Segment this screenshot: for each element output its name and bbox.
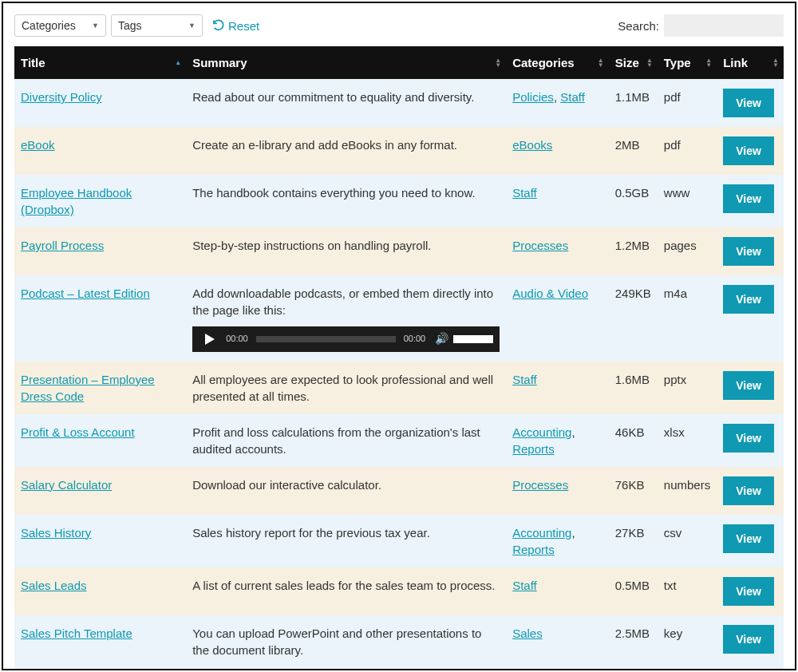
categories-dropdown-label: Categories [22, 19, 76, 32]
sort-icon: ▲▼ [495, 58, 501, 68]
type-cell: pptx [658, 362, 717, 414]
header-size[interactable]: Size ▲▼ [609, 46, 658, 79]
category-link[interactable]: Reports [512, 543, 555, 556]
summary-cell: You can upload PowerPoint and other pres… [186, 615, 506, 668]
table-row: Sales LeadsA list of current sales leads… [14, 567, 784, 615]
summary-cell: A list of current sales leads for the sa… [186, 567, 506, 615]
chevron-down-icon: ▼ [188, 22, 196, 30]
categories-cell: Processes [506, 467, 609, 515]
size-cell [609, 668, 658, 670]
categories-cell: Audio & Video [506, 275, 609, 362]
chevron-down-icon: ▼ [92, 22, 99, 30]
header-categories[interactable]: Categories ▲▼ [506, 46, 609, 79]
reset-link[interactable]: Reset [212, 19, 259, 33]
title-link[interactable]: Diversity Policy [21, 90, 102, 104]
categories-cell: Audio & Video, Sales [506, 668, 609, 670]
category-link[interactable]: eBooks [512, 138, 552, 152]
category-link[interactable]: Staff [512, 186, 537, 200]
audio-current-time: 00:00 [226, 333, 248, 345]
type-cell: m4a [658, 275, 717, 362]
title-link[interactable]: Podcast – Latest Edition [21, 287, 150, 300]
view-button[interactable]: View [723, 136, 774, 165]
title-link[interactable]: Presentation – Employee Dress Code [21, 373, 155, 403]
categories-cell: Accounting, Reports [506, 515, 609, 567]
search-label: Search: [618, 19, 659, 33]
sort-icon: ▲▼ [598, 58, 604, 68]
summary-cell: Profit and loss calculations from the or… [186, 414, 506, 467]
audio-player[interactable]: 00:0000:00🔊 [192, 326, 500, 352]
category-link[interactable]: Sales [512, 627, 543, 640]
categories-cell: Sales [506, 615, 609, 668]
category-link[interactable]: Processes [512, 478, 568, 492]
view-button[interactable]: View [723, 476, 774, 505]
categories-cell: Processes [506, 227, 609, 275]
view-button[interactable]: View [723, 89, 774, 117]
summary-cell: Sales history report for the previous ta… [186, 515, 506, 567]
categories-cell: Accounting, Reports [506, 414, 609, 467]
header-link[interactable]: Link ▲▼ [717, 46, 784, 79]
play-icon[interactable] [205, 334, 215, 345]
categories-cell: Staff [506, 362, 609, 414]
type-cell: www [658, 668, 717, 670]
title-link[interactable]: Employee Handbook (Dropbox) [21, 186, 132, 216]
search-input[interactable] [664, 14, 784, 37]
size-cell: 0.5GB [609, 175, 658, 227]
category-link[interactable]: Accounting [512, 425, 571, 439]
view-button[interactable]: View [723, 371, 774, 400]
table-row: Sales HistorySales history report for th… [14, 515, 784, 567]
view-button[interactable]: View [723, 625, 774, 654]
category-link[interactable]: Processes [512, 239, 568, 252]
volume-slider[interactable] [453, 335, 493, 343]
view-button[interactable]: View [723, 424, 774, 453]
title-link[interactable]: Salary Calculator [21, 478, 112, 492]
header-type[interactable]: Type ▲▼ [658, 46, 717, 79]
view-button[interactable]: View [723, 184, 774, 213]
categories-cell: Staff [506, 175, 609, 227]
category-link[interactable]: Policies [512, 90, 554, 104]
category-link[interactable]: Staff [560, 90, 585, 104]
type-cell: pages [658, 227, 717, 275]
size-cell: 249KB [609, 275, 658, 362]
toolbar: Categories ▼ Tags ▼ Reset Search: [14, 14, 784, 37]
undo-icon [212, 19, 225, 32]
summary-cell: Add downloadable podcasts, or embed them… [186, 275, 506, 362]
table-row: Payroll ProcessStep-by-step instructions… [14, 227, 784, 275]
title-link[interactable]: eBook [21, 138, 55, 152]
type-cell: numbers [658, 467, 717, 515]
tags-dropdown[interactable]: Tags ▼ [111, 14, 203, 37]
size-cell: 46KB [609, 414, 658, 467]
categories-dropdown[interactable]: Categories ▼ [14, 14, 106, 37]
title-link[interactable]: Profit & Loss Account [21, 425, 135, 439]
category-link[interactable]: Audio & Video [512, 287, 588, 300]
title-link[interactable]: Payroll Process [21, 239, 104, 252]
summary-cell: Read about our commitment to equality an… [186, 79, 506, 127]
category-link[interactable]: Reports [512, 442, 555, 456]
view-button[interactable]: View [723, 577, 774, 606]
table-row: Sales Pitch TemplateYou can upload Power… [14, 615, 784, 668]
table-row: Presentation – Employee Dress CodeAll em… [14, 362, 784, 414]
type-cell: pdf [658, 79, 717, 127]
title-link[interactable]: Sales Leads [21, 579, 87, 592]
view-button[interactable]: View [723, 237, 774, 266]
table-row: Employee Handbook (Dropbox)The handbook … [14, 175, 784, 227]
speaker-icon[interactable]: 🔊 [435, 331, 448, 347]
header-summary[interactable]: Summary ▲▼ [186, 46, 506, 79]
summary-cell: Create an e-library and add eBooks in an… [186, 127, 506, 175]
view-button[interactable]: View [723, 285, 774, 314]
audio-track[interactable] [256, 336, 396, 342]
categories-cell: eBooks [506, 127, 609, 175]
type-cell: txt [658, 567, 717, 615]
size-cell: 1.2MB [609, 227, 658, 275]
summary-cell: All employees are expected to look profe… [186, 362, 506, 414]
size-cell: 1.6MB [609, 362, 658, 414]
category-link[interactable]: Staff [512, 373, 537, 386]
document-table: Title ▲ Summary ▲▼ Categories ▲▼ Size ▲▼… [14, 46, 784, 670]
category-link[interactable]: Accounting [512, 526, 571, 540]
title-link[interactable]: Sales History [21, 526, 91, 540]
view-button[interactable]: View [723, 524, 774, 553]
title-link[interactable]: Sales Pitch Template [21, 627, 132, 640]
header-title[interactable]: Title ▲ [14, 46, 186, 79]
size-cell: 27KB [609, 515, 658, 567]
category-link[interactable]: Staff [512, 579, 537, 592]
tags-dropdown-label: Tags [118, 19, 142, 32]
